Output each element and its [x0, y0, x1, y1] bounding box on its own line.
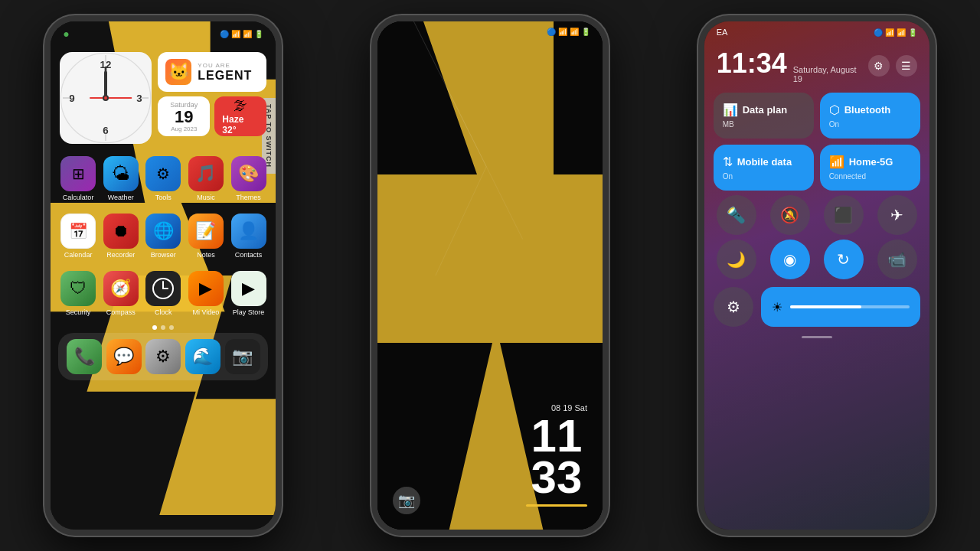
browser-icon: 🌐 — [145, 214, 181, 249]
calendar-icon: 📅 — [60, 214, 96, 249]
cc-bluetooth-tile-icon: ⬡ — [829, 103, 840, 117]
app-security[interactable]: 🛡 Security — [58, 271, 98, 316]
lock-progress-bar — [526, 504, 587, 507]
app-weather[interactable]: 🌤 Weather — [101, 156, 141, 201]
weather-widget[interactable]: 🌫 Haze 32° — [214, 96, 266, 136]
lock-date: 08 19 Sat — [526, 403, 587, 412]
cc-settings-icon-btn[interactable]: ⚙ — [868, 55, 890, 77]
cc-brightness-icon: ☀ — [772, 300, 782, 315]
app-browser[interactable]: 🌐 Browser — [144, 214, 184, 259]
profile-widget[interactable]: 🐱 YOU ARE LEGENT — [158, 52, 266, 92]
app-themes[interactable]: 🎨 Themes — [229, 156, 269, 201]
compass-label: Compass — [106, 308, 136, 316]
bottom-widgets: Saturday 19 Aug 2023 🌫 Haze 32° — [158, 96, 266, 136]
app-calculator[interactable]: ⊞ Calculator — [58, 156, 98, 201]
profile-avatar: 🐱 — [165, 59, 191, 85]
legent-label: LEGENT — [198, 69, 252, 83]
cc-brightness-bar — [790, 305, 910, 308]
cc-bluetooth-title: Bluetooth — [844, 104, 891, 116]
cc-wifi-subtitle: Connected — [829, 172, 911, 181]
ls-status-icons: 🔵 📶 📶 🔋 — [547, 28, 590, 36]
cc-rotate-btn[interactable]: ↻ — [824, 240, 864, 279]
dock-phone[interactable]: 📞 — [66, 339, 103, 374]
cc-wifi-title: Home-5G — [849, 156, 893, 168]
app-calendar[interactable]: 📅 Calendar — [58, 214, 98, 259]
dock-messages[interactable]: 💬 — [106, 339, 142, 374]
date-widget[interactable]: Saturday 19 Aug 2023 — [158, 96, 210, 136]
cc-mute-btn[interactable]: 🔕 — [770, 195, 810, 235]
ls-battery-icon: 🔋 — [581, 28, 590, 36]
app-contacts[interactable]: 👤 Contacts — [229, 214, 269, 259]
app-recorder[interactable]: ⏺ Recorder — [101, 214, 141, 259]
cc-tile-wifi-header: 📶 Home-5G — [829, 155, 911, 169]
cc-dark-mode-btn[interactable]: 🌙 — [717, 240, 756, 279]
cc-settings-btn[interactable]: ⚙ — [714, 287, 753, 327]
cc-header-icons: ⚙ ☰ — [868, 55, 917, 77]
widget-area: 12 3 6 9 — [51, 46, 276, 150]
cc-handle-bar — [802, 336, 832, 338]
recorder-label: Recorder — [106, 251, 135, 259]
cc-brightness-tile[interactable]: ☀ — [761, 287, 920, 327]
weather-icon: 🌫 — [234, 98, 247, 114]
compass-icon: 🧭 — [103, 271, 139, 306]
status-icons: 🔵 📶 📶 🔋 — [220, 30, 263, 38]
day-number: 19 — [175, 109, 193, 126]
cc-mobile-data-subtitle: On — [723, 172, 805, 181]
dock-messages-icon: 💬 — [106, 339, 142, 374]
app-mi-video[interactable]: ▶ Mi Video — [186, 271, 226, 316]
cc-tile-mobile-data[interactable]: ⇅ Mobile data On — [714, 145, 814, 191]
app-compass[interactable]: 🧭 Compass — [101, 271, 141, 316]
you-are-label: YOU ARE — [198, 62, 252, 69]
dock-camera-icon: 📷 — [225, 339, 260, 374]
play-store-label: Play Store — [233, 308, 265, 316]
phone-control-center: EA 🔵 📶 📶 🔋 11:34 Saturday, August 19 ⚙ ☰ — [698, 15, 936, 536]
dock-settings[interactable]: ⚙ — [145, 339, 182, 374]
app-tools[interactable]: ⚙ Tools — [144, 156, 184, 201]
signal-icon: 📶 — [231, 30, 240, 38]
cc-screen-record-btn[interactable]: ⬛ — [824, 195, 864, 235]
dock-settings-icon: ⚙ — [145, 339, 181, 374]
cc-flashlight-btn[interactable]: 🔦 — [717, 195, 756, 235]
bluetooth-icon: 🔵 — [220, 30, 229, 38]
phone-lockscreen: 🔵 📶 📶 🔋 08 19 Sat 11 33 📷 — [371, 15, 609, 536]
cc-tile-bluetooth-header: ⬡ Bluetooth — [829, 103, 911, 117]
lock-bottom: 08 19 Sat 11 33 — [526, 403, 587, 507]
cc-tile-bluetooth[interactable]: ⬡ Bluetooth On — [820, 93, 920, 139]
lockscreen-status-bar: 🔵 📶 📶 🔋 — [377, 21, 603, 39]
tools-icon: ⚙ — [145, 156, 181, 191]
app-music[interactable]: 🎵 Music — [186, 156, 226, 201]
app-notes[interactable]: 📝 Notes — [186, 214, 226, 259]
cc-tiles: 📊 Data plan MB ⬡ Bluetooth On ⇅ Mobile d… — [704, 88, 929, 195]
cc-status-icons: 🔵 📶 📶 🔋 — [874, 28, 917, 37]
play-store-icon: ▶ — [231, 271, 266, 306]
widget-stack: 🐱 YOU ARE LEGENT Saturday 19 Aug 2023 — [158, 52, 266, 144]
dock: 📞 💬 ⚙ 🌊 📷 — [58, 333, 268, 380]
cc-data-plan-icon: 📊 — [723, 103, 738, 117]
status-dot: ● — [63, 28, 69, 40]
phone-home: TAP TO SWITCH ● 🔵 📶 📶 🔋 12 3 6 — [44, 15, 282, 536]
weather-app-icon: 🌤 — [103, 156, 139, 191]
cc-video-btn[interactable]: 📹 — [877, 240, 917, 279]
dock-browser[interactable]: 🌊 — [185, 339, 221, 374]
browser-label: Browser — [151, 251, 176, 259]
battery-icon: 🔋 — [254, 30, 263, 38]
ls-signal-icon: 📶 — [558, 28, 567, 36]
cc-data-plan-subtitle: MB — [723, 120, 805, 129]
cc-mobile-data-title: Mobile data — [737, 156, 792, 168]
cc-tile-wifi[interactable]: 📶 Home-5G Connected — [820, 145, 920, 191]
app-grid-row2: 📅 Calendar ⏺ Recorder 🌐 Browser 📝 Notes … — [51, 207, 276, 265]
calendar-label: Calendar — [64, 251, 93, 259]
clock-widget[interactable]: 12 3 6 9 — [60, 52, 152, 144]
dock-camera[interactable]: 📷 — [224, 339, 261, 374]
app-play-store[interactable]: ▶ Play Store — [229, 271, 269, 316]
cc-edit-icon-btn[interactable]: ☰ — [896, 55, 917, 77]
page-indicator — [51, 322, 276, 333]
cc-airplane-btn[interactable]: ✈ — [877, 195, 917, 235]
cc-location-btn[interactable]: ◉ — [770, 240, 810, 279]
security-icon: 🛡 — [60, 271, 96, 306]
contacts-label: Contacts — [235, 251, 263, 259]
app-clock[interactable]: Clock — [144, 271, 184, 316]
lockscreen-camera-btn[interactable]: 📷 — [393, 487, 420, 514]
cc-tile-data-plan[interactable]: 📊 Data plan MB — [714, 93, 814, 139]
cc-data-plan-title: Data plan — [743, 104, 788, 116]
